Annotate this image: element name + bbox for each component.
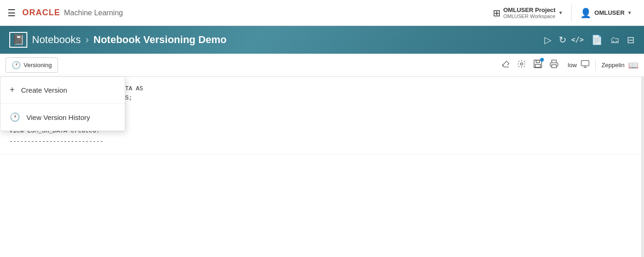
play-button[interactable]: ▷	[544, 34, 551, 45]
versioning-clock-icon: 🕐	[12, 61, 21, 69]
print-button[interactable]	[549, 59, 559, 71]
oracle-logo: ORACLE Machine Learning	[22, 8, 123, 18]
svg-rect-4	[552, 65, 556, 68]
refresh-button[interactable]: ↻	[559, 34, 567, 45]
project-dropdown-arrow: ▼	[558, 10, 563, 15]
notebooks-link[interactable]: Notebooks	[32, 34, 81, 46]
scrollbar-track[interactable]	[641, 77, 644, 257]
resource-level-icon[interactable]	[580, 59, 590, 71]
project-icon: ⊞	[493, 7, 501, 19]
svg-rect-2	[536, 60, 539, 63]
user-avatar-icon: 👤	[580, 7, 592, 19]
versioning-label: Versioning	[24, 62, 52, 69]
breadcrumb-right-actions: </> 📄 🗂 ⊟	[571, 34, 635, 45]
toolbar-bar: 🕐 Versioning + Create Version 🕐 View Ver…	[0, 54, 644, 77]
svg-rect-5	[581, 61, 589, 66]
output-line-2: --------------------------	[9, 136, 635, 147]
zeppelin-book-icon[interactable]: 📖	[628, 60, 638, 70]
code-view-button[interactable]: </>	[571, 36, 584, 44]
notebook-title: Notebook Versioning Demo	[94, 34, 227, 46]
ml-text: Machine Learning	[64, 9, 123, 17]
toolbar-right: low Zeppelin 📖	[568, 59, 638, 71]
toolbar-icons	[501, 59, 559, 71]
folder-button[interactable]: 🗂	[610, 35, 619, 45]
notebook-icon: 📓	[9, 32, 27, 48]
svg-rect-3	[535, 64, 540, 67]
view-history-clock-icon: 🕐	[10, 112, 20, 122]
resource-level-label: low	[568, 62, 577, 69]
top-navbar: ☰ ORACLE Machine Learning ⊞ OMLUSER Proj…	[0, 0, 644, 26]
view-version-history-item[interactable]: 🕐 View Version History	[0, 104, 125, 131]
layout-button[interactable]: ⊟	[627, 34, 635, 45]
versioning-dropdown-menu: + Create Version 🕐 View Version History	[0, 77, 125, 131]
breadcrumb-bar: 📓 Notebooks › Notebook Versioning Demo ▷…	[0, 26, 644, 54]
navbar-divider	[571, 5, 572, 21]
user-selector[interactable]: 👤 OMLUSER ▼	[575, 5, 637, 21]
svg-point-0	[520, 63, 523, 65]
zeppelin-label: Zeppelin	[601, 62, 625, 69]
user-dropdown-arrow: ▼	[627, 10, 632, 15]
hamburger-menu-icon[interactable]: ☰	[7, 7, 16, 19]
workspace-name: OMLUSER Workspace	[504, 13, 556, 19]
breadcrumb-actions: ▷ ↻	[544, 34, 567, 45]
create-version-plus-icon: +	[10, 85, 15, 95]
run-settings-button[interactable]	[517, 59, 526, 71]
project-selector[interactable]: ⊞ OMLUSER Project OMLUSER Workspace ▼	[488, 4, 568, 22]
project-text: OMLUSER Project OMLUSER Workspace	[504, 6, 556, 19]
oracle-text: ORACLE	[22, 8, 60, 18]
save-notebook-button[interactable]	[533, 59, 543, 71]
create-version-item[interactable]: + Create Version	[0, 77, 125, 104]
versioning-button[interactable]: 🕐 Versioning	[6, 57, 58, 73]
breadcrumb-separator: ›	[85, 34, 89, 46]
create-version-label: Create Version	[21, 86, 67, 94]
view-version-history-label: View Version History	[26, 113, 90, 121]
document-button[interactable]: 📄	[591, 34, 603, 45]
user-name: OMLUSER	[594, 9, 625, 16]
project-name: OMLUSER Project	[504, 6, 556, 13]
eraser-button[interactable]	[501, 59, 510, 71]
